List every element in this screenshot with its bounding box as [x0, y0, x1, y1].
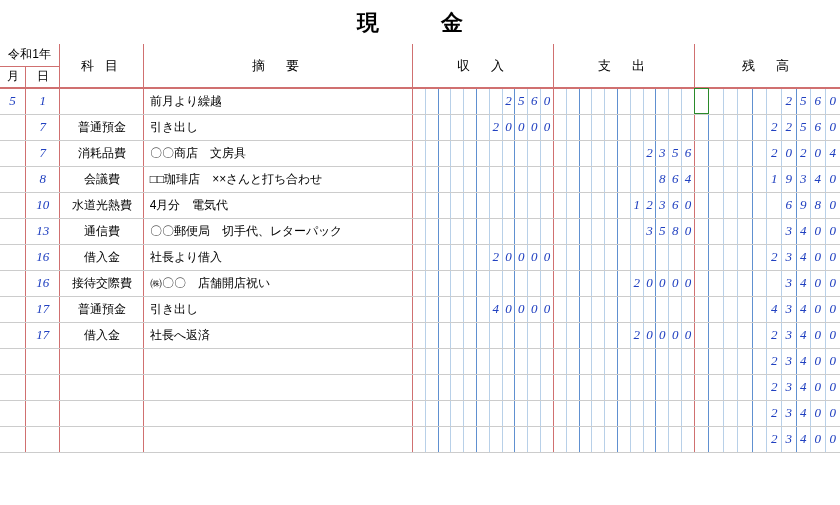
balance-digit[interactable]	[694, 374, 709, 400]
expense-digit[interactable]	[643, 400, 656, 426]
balance-digit[interactable]	[694, 322, 709, 348]
expense-digit[interactable]	[592, 270, 605, 296]
income-digit[interactable]	[541, 270, 554, 296]
balance-digit[interactable]: 0	[825, 114, 840, 140]
cell-desc[interactable]: 社長へ返済	[143, 322, 412, 348]
cell-desc[interactable]: 前月より繰越	[143, 88, 412, 114]
income-digit[interactable]	[425, 296, 438, 322]
expense-digit[interactable]: 0	[669, 270, 682, 296]
cell-desc[interactable]: 4月分 電気代	[143, 192, 412, 218]
balance-digit[interactable]	[709, 244, 724, 270]
expense-digit[interactable]: 2	[630, 270, 643, 296]
income-digit[interactable]	[477, 270, 490, 296]
expense-digit[interactable]	[643, 426, 656, 452]
income-digit[interactable]	[464, 426, 477, 452]
income-digit[interactable]	[515, 140, 528, 166]
expense-digit[interactable]	[605, 348, 618, 374]
cell-month[interactable]	[0, 374, 26, 400]
balance-digit[interactable]	[709, 88, 724, 114]
expense-digit[interactable]	[579, 218, 592, 244]
expense-digit[interactable]	[630, 400, 643, 426]
balance-digit[interactable]	[694, 88, 709, 114]
expense-digit[interactable]	[553, 114, 566, 140]
expense-digit[interactable]	[643, 114, 656, 140]
expense-digit[interactable]	[592, 244, 605, 270]
income-digit[interactable]	[502, 270, 515, 296]
expense-digit[interactable]	[579, 270, 592, 296]
expense-digit[interactable]: 0	[643, 322, 656, 348]
balance-digit[interactable]	[767, 218, 782, 244]
income-digit[interactable]	[438, 114, 451, 140]
cell-day[interactable]	[26, 374, 60, 400]
income-digit[interactable]	[515, 374, 528, 400]
cell-month[interactable]	[0, 400, 26, 426]
balance-digit[interactable]: 0	[811, 322, 826, 348]
income-digit[interactable]	[425, 166, 438, 192]
cell-desc[interactable]	[143, 426, 412, 452]
expense-digit[interactable]: 0	[682, 192, 695, 218]
expense-digit[interactable]	[592, 322, 605, 348]
cell-month[interactable]	[0, 270, 26, 296]
income-digit[interactable]	[412, 296, 425, 322]
income-digit[interactable]	[502, 192, 515, 218]
balance-digit[interactable]: 0	[825, 218, 840, 244]
balance-digit[interactable]: 4	[796, 348, 811, 374]
expense-digit[interactable]: 3	[643, 218, 656, 244]
cell-desc[interactable]	[143, 374, 412, 400]
cell-desc[interactable]: ㈱〇〇 店舗開店祝い	[143, 270, 412, 296]
balance-digit[interactable]	[767, 270, 782, 296]
expense-digit[interactable]: 0	[656, 322, 669, 348]
balance-digit[interactable]	[738, 192, 753, 218]
cell-account[interactable]: 会議費	[60, 166, 143, 192]
balance-digit[interactable]: 0	[825, 348, 840, 374]
expense-digit[interactable]	[669, 374, 682, 400]
expense-digit[interactable]	[630, 166, 643, 192]
income-digit[interactable]	[412, 270, 425, 296]
balance-digit[interactable]: 0	[811, 348, 826, 374]
income-digit[interactable]	[438, 218, 451, 244]
income-digit[interactable]	[438, 374, 451, 400]
expense-digit[interactable]	[617, 322, 630, 348]
income-digit[interactable]	[425, 322, 438, 348]
cell-day[interactable]: 7	[26, 140, 60, 166]
expense-digit[interactable]	[553, 400, 566, 426]
income-digit[interactable]	[425, 218, 438, 244]
balance-digit[interactable]	[694, 166, 709, 192]
income-digit[interactable]: 0	[502, 114, 515, 140]
expense-digit[interactable]	[617, 296, 630, 322]
cell-day[interactable]: 7	[26, 114, 60, 140]
cell-account[interactable]: 通信費	[60, 218, 143, 244]
expense-digit[interactable]: 6	[669, 192, 682, 218]
income-digit[interactable]	[438, 296, 451, 322]
balance-digit[interactable]	[709, 270, 724, 296]
expense-digit[interactable]: 0	[656, 270, 669, 296]
expense-digit[interactable]	[656, 296, 669, 322]
balance-digit[interactable]	[752, 192, 767, 218]
income-digit[interactable]	[541, 192, 554, 218]
expense-digit[interactable]	[682, 374, 695, 400]
balance-digit[interactable]	[738, 400, 753, 426]
income-digit[interactable]	[489, 374, 502, 400]
expense-digit[interactable]	[579, 166, 592, 192]
expense-digit[interactable]	[682, 426, 695, 452]
income-digit[interactable]	[477, 400, 490, 426]
income-digit[interactable]	[438, 322, 451, 348]
balance-digit[interactable]: 0	[825, 322, 840, 348]
income-digit[interactable]	[489, 400, 502, 426]
expense-digit[interactable]: 0	[682, 322, 695, 348]
balance-digit[interactable]: 3	[781, 296, 796, 322]
income-digit[interactable]	[477, 348, 490, 374]
expense-digit[interactable]	[553, 166, 566, 192]
expense-digit[interactable]	[643, 166, 656, 192]
income-digit[interactable]: 2	[502, 88, 515, 114]
balance-digit[interactable]	[723, 348, 738, 374]
expense-digit[interactable]	[566, 322, 579, 348]
balance-digit[interactable]: 0	[811, 426, 826, 452]
balance-digit[interactable]	[709, 192, 724, 218]
expense-digit[interactable]	[630, 218, 643, 244]
income-digit[interactable]: 0	[541, 114, 554, 140]
balance-digit[interactable]: 0	[825, 400, 840, 426]
expense-digit[interactable]	[566, 400, 579, 426]
expense-digit[interactable]	[566, 166, 579, 192]
expense-digit[interactable]	[617, 218, 630, 244]
